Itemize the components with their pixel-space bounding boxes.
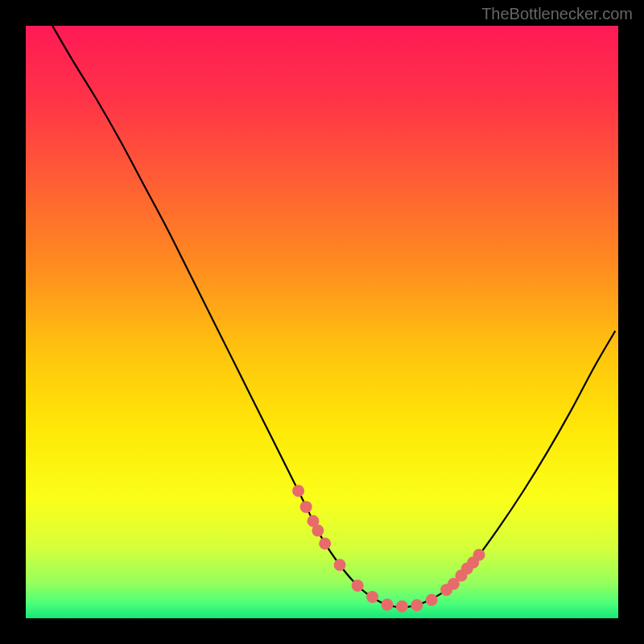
data-point-marker [426, 594, 438, 606]
watermark-text: TheBottlenecker.com [481, 5, 633, 23]
data-point-marker [300, 501, 312, 513]
chart-plot-area [26, 26, 618, 618]
data-point-marker [411, 599, 423, 611]
data-point-marker [366, 591, 378, 603]
data-point-marker [381, 599, 393, 611]
data-point-marker [319, 538, 331, 550]
data-point-marker [352, 580, 364, 592]
data-point-marker [292, 485, 304, 497]
data-point-marker [334, 559, 346, 571]
data-point-marker [312, 525, 324, 537]
chart-svg [26, 26, 618, 618]
data-point-marker [396, 601, 408, 613]
data-point-marker [473, 549, 485, 561]
